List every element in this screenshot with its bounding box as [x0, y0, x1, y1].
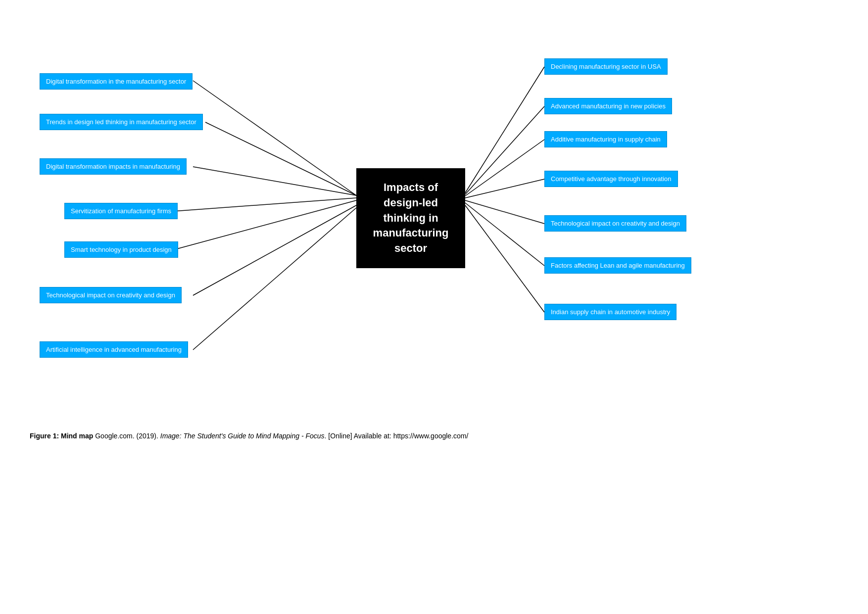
svg-line-3 — [173, 198, 356, 211]
svg-line-13 — [465, 205, 544, 312]
right-node-3: Additive manufacturing in supply chain — [544, 131, 667, 147]
left-node-1: Digital transformation in the manufactur… — [40, 73, 193, 90]
svg-line-4 — [173, 200, 356, 250]
left-node-4: Servitization of manufacturing firms — [64, 203, 178, 219]
mind-map-area: Impacts of design-led thinking in manufa… — [0, 0, 868, 445]
center-node: Impacts of design-led thinking in manufa… — [356, 168, 465, 268]
svg-line-0 — [193, 81, 356, 195]
center-line3: manufacturing sector — [373, 227, 449, 254]
svg-line-9 — [465, 140, 544, 196]
right-node-6: Factors affecting Lean and agile manufac… — [544, 257, 691, 274]
left-node-7: Artificial intelligence in advanced manu… — [40, 341, 188, 358]
caption-text-end: . [Online] Available at: https://www.goo… — [325, 432, 469, 440]
left-node-5: Smart technology in product design — [64, 241, 178, 258]
right-node-5: Technological impact on creativity and d… — [544, 215, 686, 232]
right-node-2: Advanced manufacturing in new policies — [544, 98, 672, 114]
right-node-4: Competitive advantage through innovation — [544, 171, 678, 187]
center-line2: thinking in — [383, 212, 438, 224]
svg-line-10 — [465, 179, 544, 198]
svg-line-1 — [205, 122, 356, 195]
svg-line-5 — [193, 205, 356, 295]
left-node-2: Trends in design led thinking in manufac… — [40, 114, 203, 130]
svg-line-12 — [465, 203, 544, 266]
figure-caption: Figure 1: Mind map Google.com. (2019). I… — [30, 430, 468, 441]
svg-line-8 — [465, 106, 544, 194]
svg-line-2 — [193, 167, 356, 195]
caption-text-italic: Image: The Student's Guide to Mind Mappi… — [160, 432, 325, 440]
center-line1: Impacts of design-led — [384, 181, 438, 209]
left-node-3: Digital transformation impacts in manufa… — [40, 158, 187, 175]
svg-line-11 — [465, 200, 544, 224]
caption-text-plain: Google.com. (2019). — [93, 432, 160, 440]
left-node-6: Technological impact on creativity and d… — [40, 287, 182, 303]
svg-line-7 — [465, 67, 544, 193]
right-node-1: Declining manufacturing sector in USA — [544, 58, 668, 75]
right-node-7: Indian supply chain in automotive indust… — [544, 304, 676, 320]
svg-line-6 — [193, 208, 356, 350]
caption-label: Figure 1: Mind map — [30, 432, 93, 440]
page-container: Impacts of design-led thinking in manufa… — [0, 0, 868, 614]
